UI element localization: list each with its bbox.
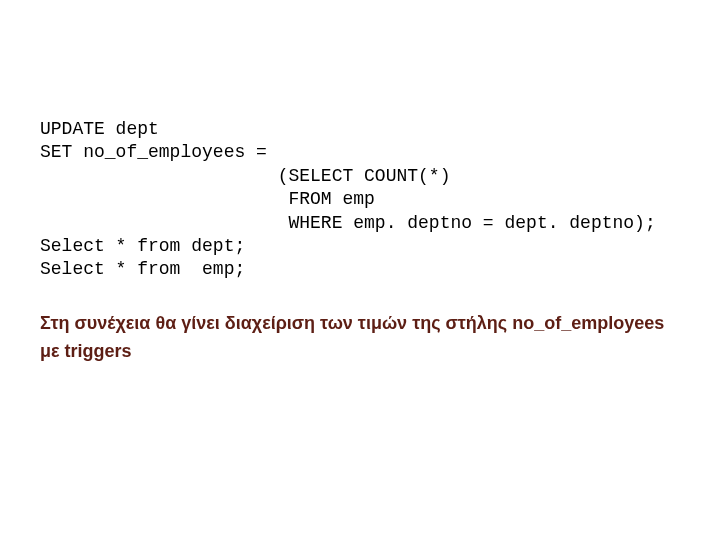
code-line: Select * from emp; bbox=[40, 259, 245, 279]
sql-code-block: UPDATE dept SET no_of_employees = (SELEC… bbox=[40, 118, 680, 282]
slide-page: UPDATE dept SET no_of_employees = (SELEC… bbox=[0, 0, 720, 366]
code-line: FROM emp bbox=[40, 189, 375, 209]
code-line: Select * from dept; bbox=[40, 236, 245, 256]
code-line: WHERE emp. deptno = dept. deptno); bbox=[40, 213, 656, 233]
code-line: UPDATE dept bbox=[40, 119, 159, 139]
note-text: Στη συνέχεια θα γίνει διαχείριση των τιμ… bbox=[40, 310, 680, 366]
code-line: (SELECT COUNT(*) bbox=[40, 166, 450, 186]
code-line: SET no_of_employees = bbox=[40, 142, 267, 162]
